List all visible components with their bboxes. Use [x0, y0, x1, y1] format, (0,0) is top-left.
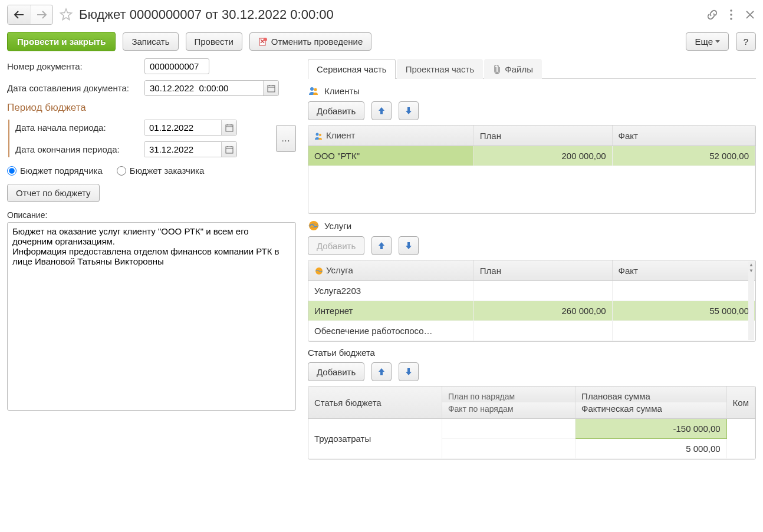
services-move-down-button[interactable] [399, 236, 419, 255]
period-section-title: Период бюджета [7, 102, 296, 114]
clients-title: Клиенты [324, 86, 360, 96]
clients-icon [308, 85, 320, 97]
description-label: Описание: [7, 210, 296, 220]
services-move-up-button[interactable] [371, 236, 392, 255]
cancel-posting-button[interactable]: Отменить проведение [249, 32, 371, 51]
services-row[interactable]: Интернет 260 000,00 55 000,00 [308, 301, 755, 321]
period-start-input[interactable] [144, 120, 221, 135]
budget-move-down-button[interactable] [399, 362, 419, 381]
services-add-button: Добавить [308, 236, 364, 255]
svg-rect-5 [268, 85, 275, 92]
svg-rect-7 [226, 147, 233, 153]
services-col-service: Услуга [326, 265, 353, 275]
budget-col-comment: Ком [726, 386, 755, 419]
clients-col-fact: Факт [612, 125, 755, 146]
nav-back-button[interactable] [8, 5, 30, 24]
period-end-input[interactable] [144, 142, 221, 157]
budget-customer-radio[interactable]: Бюджет заказчика [117, 166, 205, 176]
svg-rect-6 [226, 125, 233, 131]
svg-point-11 [319, 134, 321, 136]
budget-col-plan-orders: План по нарядам [442, 386, 575, 402]
budget-add-button[interactable]: Добавить [308, 362, 364, 381]
period-select-button[interactable]: ... [276, 125, 296, 152]
services-title: Услуги [324, 221, 351, 231]
budget-col-item: Статья бюджета [308, 386, 442, 419]
link-icon[interactable] [706, 9, 718, 21]
services-col-plan: План [473, 260, 612, 281]
budget-report-button[interactable]: Отчет по бюджету [7, 184, 100, 202]
more-button[interactable]: Еще [686, 32, 729, 51]
period-start-calendar-button[interactable] [221, 120, 236, 135]
close-icon[interactable] [744, 9, 756, 21]
services-col-fact: Факт [612, 260, 755, 281]
services-scrollbar[interactable]: ▲▼ [748, 262, 754, 340]
period-end-label: Дата окончания периода: [15, 144, 139, 154]
post-and-close-button[interactable]: Провести и закрыть [7, 32, 116, 51]
doc-date-input[interactable] [145, 81, 263, 95]
save-button[interactable]: Записать [123, 32, 178, 51]
clients-move-up-button[interactable] [371, 101, 392, 120]
page-title: Бюджет 0000000007 от 30.12.2022 0:00:00 [79, 7, 702, 22]
budget-col-fact-sum: Фактическая сумма [575, 402, 727, 419]
doc-number-input[interactable] [144, 58, 209, 74]
post-button[interactable]: Провести [186, 32, 242, 51]
tab-files[interactable]: Файлы [484, 59, 542, 79]
budget-col-plan-sum: Плановая сумма [575, 386, 727, 402]
budget-row[interactable]: Трудозатраты -150 000,00 [308, 419, 755, 439]
services-row[interactable]: Обеспечение работоспосо… [308, 321, 755, 341]
tab-project-part[interactable]: Проектная часть [397, 59, 484, 79]
description-textarea[interactable] [7, 222, 296, 411]
services-row[interactable]: Услуга2203 [308, 281, 755, 301]
period-end-calendar-button[interactable] [221, 142, 236, 157]
help-button[interactable]: ? [736, 32, 756, 51]
cancel-posting-label: Отменить проведение [271, 37, 363, 47]
budget-items-title: Статьи бюджета [308, 348, 375, 358]
svg-point-2 [730, 18, 732, 20]
clients-add-button[interactable]: Добавить [308, 101, 364, 120]
service-column-icon [314, 266, 324, 276]
svg-point-10 [316, 133, 319, 136]
clients-col-client: Клиент [326, 130, 355, 140]
paperclip-icon [493, 65, 501, 74]
svg-point-0 [730, 9, 732, 12]
svg-point-8 [310, 87, 314, 91]
budget-move-up-button[interactable] [371, 362, 392, 381]
svg-point-1 [730, 14, 732, 16]
clients-col-plan: План [473, 125, 612, 146]
budget-contractor-radio[interactable]: Бюджет подрядчика [7, 166, 103, 176]
doc-date-calendar-button[interactable] [263, 81, 278, 95]
svg-point-9 [314, 88, 317, 91]
client-column-icon [314, 131, 324, 141]
doc-number-label: Номер документа: [7, 61, 140, 71]
svg-point-4 [264, 38, 267, 41]
period-start-label: Дата начала периода: [15, 123, 139, 133]
services-icon [308, 220, 320, 232]
tab-service-part[interactable]: Сервисная часть [308, 59, 396, 79]
nav-forward-button [30, 5, 52, 24]
budget-col-fact-orders: Факт по нарядам [442, 402, 575, 419]
favorite-star-icon[interactable] [58, 6, 74, 23]
kebab-menu-icon[interactable] [725, 9, 737, 21]
clients-row[interactable]: ООО "РТК" 200 000,00 52 000,00 [308, 146, 755, 166]
doc-date-label: Дата составления документа: [7, 83, 140, 93]
clients-move-down-button[interactable] [399, 101, 419, 120]
